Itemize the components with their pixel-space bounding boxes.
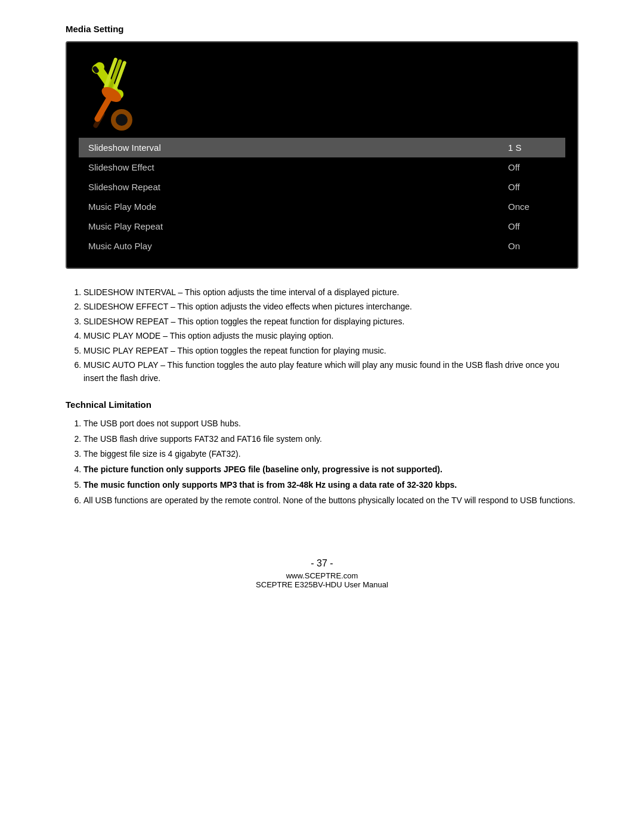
section-title: Media Setting <box>66 24 578 34</box>
tech-list-item: The USB port does not support USB hubs. <box>83 417 578 431</box>
tools-svg-icon <box>79 54 156 138</box>
tv-screen: Slideshow Interval 1 S Slideshow Effect … <box>66 41 578 269</box>
menu-row-slideshow-repeat[interactable]: Slideshow Repeat Off <box>79 177 565 197</box>
description-list: SLIDESHOW INTERVAL – This option adjusts… <box>66 286 578 385</box>
menu-label-slideshow-effect: Slideshow Effect <box>88 162 508 172</box>
footer: - 37 - www.SCEPTRE.com SCEPTRE E325BV-HD… <box>66 522 578 589</box>
menu-value-music-play-mode: Once <box>508 202 556 212</box>
tech-list-item: All USB functions are operated by the re… <box>83 494 578 508</box>
tech-list: The USB port does not support USB hubs. … <box>66 417 578 508</box>
list-item: SLIDESHOW REPEAT – This option toggles t… <box>83 315 578 328</box>
menu-row-music-play-repeat[interactable]: Music Play Repeat Off <box>79 216 565 236</box>
menu-label-slideshow-interval: Slideshow Interval <box>88 143 508 153</box>
menu-row-slideshow-effect[interactable]: Slideshow Effect Off <box>79 157 565 177</box>
list-item: MUSIC PLAY REPEAT – This option toggles … <box>83 344 578 357</box>
menu-row-music-play-mode[interactable]: Music Play Mode Once <box>79 197 565 216</box>
tech-list-item-bold-mp3: The music function only supports MP3 tha… <box>83 478 578 493</box>
footer-product: SCEPTRE E325BV-HDU User Manual <box>66 580 578 589</box>
menu-label-music-play-mode: Music Play Mode <box>88 202 508 212</box>
tools-icon-area <box>79 54 156 138</box>
menu-value-slideshow-repeat: Off <box>508 182 556 192</box>
tech-list-item: The biggest file size is 4 gigabyte (FAT… <box>83 447 578 462</box>
menu-label-music-play-repeat: Music Play Repeat <box>88 221 508 231</box>
tech-limitation-section: Technical Limitation The USB port does n… <box>66 400 578 508</box>
menu-value-music-auto-play: On <box>508 241 556 251</box>
tech-limitation-title: Technical Limitation <box>66 400 578 410</box>
tech-list-item-bold-jpeg: The picture function only supports JPEG … <box>83 463 578 477</box>
menu-value-slideshow-interval: 1 S <box>508 143 556 153</box>
page-number: - 37 - <box>66 558 578 569</box>
menu-container: Slideshow Interval 1 S Slideshow Effect … <box>79 138 565 256</box>
menu-row-slideshow-interval[interactable]: Slideshow Interval 1 S <box>79 138 565 157</box>
menu-label-music-auto-play: Music Auto Play <box>88 241 508 251</box>
menu-value-slideshow-effect: Off <box>508 162 556 172</box>
menu-row-music-auto-play[interactable]: Music Auto Play On <box>79 236 565 256</box>
footer-url: www.SCEPTRE.com <box>66 571 578 580</box>
menu-value-music-play-repeat: Off <box>508 221 556 231</box>
svg-point-10 <box>116 114 128 126</box>
list-item: SLIDESHOW INTERVAL – This option adjusts… <box>83 286 578 299</box>
list-item: MUSIC PLAY MODE – This option adjusts th… <box>83 329 578 342</box>
list-item: SLIDESHOW EFFECT – This option adjusts t… <box>83 300 578 313</box>
menu-label-slideshow-repeat: Slideshow Repeat <box>88 182 508 192</box>
list-item: MUSIC AUTO PLAY – This function toggles … <box>83 358 578 385</box>
tech-list-item: The USB flash drive supports FAT32 and F… <box>83 432 578 447</box>
